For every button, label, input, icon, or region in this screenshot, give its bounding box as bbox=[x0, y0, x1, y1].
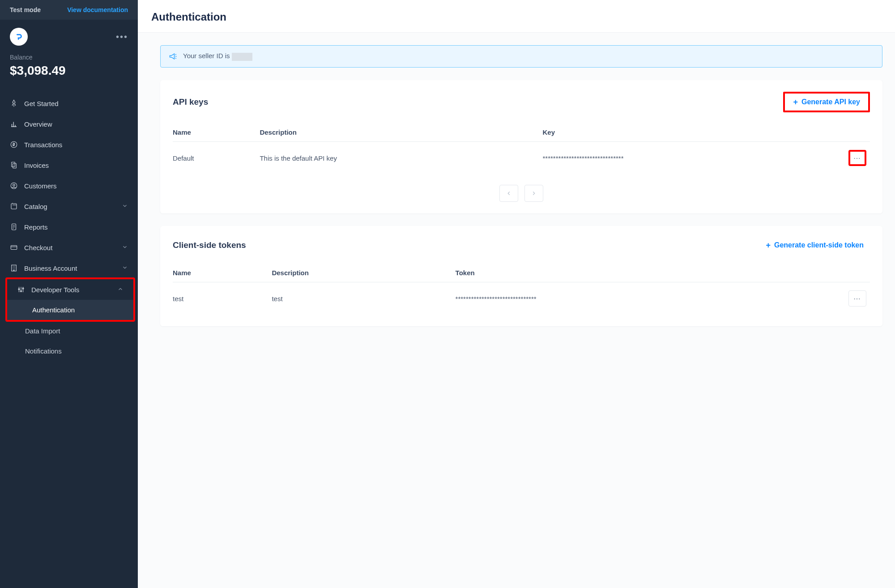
sidebar-item-invoices[interactable]: Invoices bbox=[0, 155, 138, 175]
generate-client-token-button[interactable]: + Generate client-side token bbox=[759, 238, 870, 253]
cell-name: test bbox=[173, 282, 272, 315]
col-description: Description bbox=[260, 124, 542, 142]
svg-point-0 bbox=[14, 32, 23, 41]
chevron-up-icon bbox=[117, 286, 124, 294]
balance-block: Balance $3,098.49 bbox=[0, 50, 138, 88]
sidebar-item-get-started[interactable]: Get Started bbox=[0, 93, 138, 114]
megaphone-icon bbox=[169, 52, 178, 61]
page-body: Your seller ID is API keys + Generate AP… bbox=[138, 33, 895, 588]
page-header: Authentication bbox=[138, 0, 895, 33]
sidebar-subitem-data-import[interactable]: Data Import bbox=[0, 321, 138, 341]
api-keys-card: API keys + Generate API key Name Descrip… bbox=[160, 80, 882, 213]
sidebar-top-bar: Test mode View documentation bbox=[0, 0, 138, 20]
sidebar-item-label: Overview bbox=[24, 120, 52, 128]
user-circle-icon bbox=[10, 182, 18, 190]
sidebar-item-reports[interactable]: Reports bbox=[0, 217, 138, 237]
api-keys-title: API keys bbox=[173, 97, 208, 107]
chevron-down-icon bbox=[122, 264, 128, 272]
pager-prev-button[interactable] bbox=[499, 185, 518, 202]
pager-next-button[interactable] bbox=[524, 185, 543, 202]
client-tokens-title: Client-side tokens bbox=[173, 240, 246, 250]
sidebar-brand-row: ••• bbox=[0, 20, 138, 50]
sidebar-item-label: Developer Tools bbox=[31, 286, 79, 294]
cell-name: Default bbox=[173, 142, 260, 175]
balance-amount: $3,098.49 bbox=[10, 64, 128, 78]
svg-rect-8 bbox=[11, 246, 17, 250]
dollar-circle-icon bbox=[10, 141, 18, 149]
sidebar-item-overview[interactable]: Overview bbox=[0, 114, 138, 134]
bar-chart-icon bbox=[10, 120, 18, 128]
row-actions-button[interactable]: ⋯ bbox=[848, 150, 866, 166]
sidebar-item-customers[interactable]: Customers bbox=[0, 175, 138, 196]
catalog-icon bbox=[10, 202, 18, 210]
seller-id-prefix: Your seller ID is bbox=[183, 52, 230, 60]
col-actions bbox=[839, 124, 870, 142]
highlight-developer-tools: Developer Tools Authentication bbox=[5, 277, 135, 322]
sidebar-item-label: Transactions bbox=[24, 141, 62, 149]
building-icon bbox=[10, 264, 18, 272]
col-key: Key bbox=[543, 124, 839, 142]
brand-logo[interactable] bbox=[10, 28, 28, 46]
client-tokens-table: Name Description Token test test *******… bbox=[173, 264, 870, 315]
sidebar-item-label: Get Started bbox=[24, 100, 59, 107]
plus-icon: + bbox=[793, 98, 798, 106]
col-token: Token bbox=[456, 264, 839, 282]
test-mode-label: Test mode bbox=[10, 6, 41, 13]
col-name: Name bbox=[173, 264, 272, 282]
reports-icon bbox=[10, 223, 18, 231]
main-content: Authentication Your seller ID is API key… bbox=[138, 0, 895, 588]
generate-api-key-label: Generate API key bbox=[801, 98, 860, 106]
col-description: Description bbox=[272, 264, 455, 282]
invoice-icon bbox=[10, 161, 18, 169]
chevron-down-icon bbox=[122, 203, 128, 210]
sidebar-item-label: Business Account bbox=[24, 264, 77, 272]
sidebar-item-label: Reports bbox=[24, 223, 48, 231]
cell-token: ******************************* bbox=[456, 282, 839, 315]
api-keys-pager bbox=[173, 185, 870, 202]
chevron-down-icon bbox=[122, 244, 128, 251]
sidebar-subitem-authentication[interactable]: Authentication bbox=[7, 300, 133, 320]
sidebar-nav: Get Started Overview Transactions Invoic… bbox=[0, 88, 138, 361]
col-actions bbox=[839, 264, 870, 282]
rocket-icon bbox=[10, 99, 18, 107]
sidebar-item-transactions[interactable]: Transactions bbox=[0, 134, 138, 155]
seller-id-value-redacted bbox=[232, 53, 252, 61]
col-name: Name bbox=[173, 124, 260, 142]
chevron-right-icon bbox=[531, 190, 537, 196]
sidebar-item-checkout[interactable]: Checkout bbox=[0, 237, 138, 258]
api-keys-table: Name Description Key Default This is the… bbox=[173, 124, 870, 174]
sidebar-item-label: Catalog bbox=[24, 203, 47, 210]
brand-menu-icon[interactable]: ••• bbox=[116, 32, 128, 42]
view-documentation-link[interactable]: View documentation bbox=[67, 6, 128, 13]
sidebar: Test mode View documentation ••• Balance… bbox=[0, 0, 138, 588]
sidebar-item-developer-tools[interactable]: Developer Tools bbox=[7, 279, 133, 300]
card-header: Client-side tokens + Generate client-sid… bbox=[173, 238, 870, 253]
credit-card-icon bbox=[10, 243, 18, 251]
row-actions-button[interactable]: ⋯ bbox=[848, 290, 866, 307]
seller-id-text: Your seller ID is bbox=[183, 52, 252, 60]
plus-icon: + bbox=[766, 241, 771, 249]
sidebar-item-catalog[interactable]: Catalog bbox=[0, 196, 138, 217]
svg-point-5 bbox=[13, 184, 15, 186]
svg-rect-6 bbox=[11, 204, 17, 209]
generate-api-key-button[interactable]: + Generate API key bbox=[783, 92, 870, 112]
page-title: Authentication bbox=[151, 11, 882, 23]
sidebar-item-label: Checkout bbox=[24, 244, 52, 251]
sliders-icon bbox=[17, 285, 25, 294]
client-tokens-card: Client-side tokens + Generate client-sid… bbox=[160, 226, 882, 326]
table-row: test test ******************************… bbox=[173, 282, 870, 315]
generate-client-token-label: Generate client-side token bbox=[774, 241, 864, 249]
svg-rect-2 bbox=[12, 162, 15, 167]
card-header: API keys + Generate API key bbox=[173, 92, 870, 112]
balance-label: Balance bbox=[10, 54, 128, 61]
seller-id-banner: Your seller ID is bbox=[160, 45, 882, 68]
cell-description: test bbox=[272, 282, 455, 315]
cell-description: This is the default API key bbox=[260, 142, 542, 175]
chevron-left-icon bbox=[506, 190, 512, 196]
sidebar-item-business-account[interactable]: Business Account bbox=[0, 258, 138, 278]
plisio-logo-icon bbox=[14, 32, 24, 42]
cell-key: ******************************* bbox=[543, 142, 839, 175]
svg-rect-3 bbox=[13, 163, 17, 168]
sidebar-subitem-notifications[interactable]: Notifications bbox=[0, 341, 138, 361]
sidebar-item-label: Invoices bbox=[24, 162, 49, 169]
